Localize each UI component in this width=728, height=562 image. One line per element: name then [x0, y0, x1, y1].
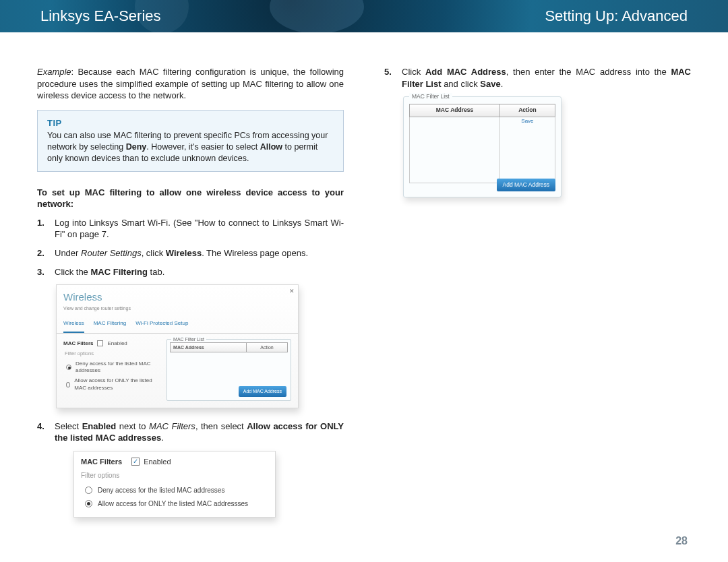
tip-text: You can also use MAC filtering to preven…: [47, 130, 334, 164]
filter-options-label: Filter options: [65, 350, 160, 357]
step-1: 1.Log into Linksys Smart Wi-Fi. (See "Ho…: [48, 217, 344, 241]
banner-left: Linksys EA-Series: [40, 7, 161, 25]
steps-list: 1.Log into Linksys Smart Wi-Fi. (See "Ho…: [37, 217, 344, 278]
wireless-subtitle: View and change router settings: [63, 305, 291, 311]
enabled-label: Enabled: [107, 340, 127, 348]
mac-filters-label: MAC Filters: [81, 457, 122, 467]
col-mac-address: MAC Address: [171, 343, 247, 352]
col-mac-address: MAC Address: [410, 104, 500, 117]
mac-filter-list-screenshot: MAC Filter List MAC Address Action Save …: [403, 96, 562, 197]
wireless-title: Wireless: [63, 290, 291, 304]
example-paragraph: Example: Because each MAC filtering conf…: [37, 66, 344, 102]
steps-list-right: 5. Click Add MAC Address, then enter the…: [384, 66, 691, 90]
mac-filters-pane: MAC Filters Enabled Filter options Deny …: [63, 339, 160, 401]
radio-deny[interactable]: [66, 365, 71, 370]
col-action: Action: [247, 343, 287, 352]
mac-filters-screenshot: MAC Filters ✓ Enabled Filter options Den…: [73, 451, 276, 518]
save-link[interactable]: Save: [499, 117, 555, 126]
radio-allow[interactable]: [85, 500, 92, 507]
right-column: 5. Click Add MAC Address, then enter the…: [384, 66, 691, 518]
page-number: 28: [675, 535, 688, 547]
content-area: Example: Because each MAC filtering conf…: [0, 32, 728, 518]
filter-options-label: Filter options: [81, 471, 268, 480]
mac-filter-table: MAC Address Action Save: [409, 104, 555, 183]
mac-filters-label: MAC Filters: [63, 340, 93, 348]
wireless-tabs: Wireless MAC Filtering Wi-Fi Protected S…: [57, 317, 298, 334]
col-action: Action: [499, 104, 555, 117]
step-2: 2. Under Router Settings, click Wireless…: [48, 247, 344, 259]
tab-mac-filtering[interactable]: MAC Filtering: [94, 317, 126, 333]
radio-allow[interactable]: [66, 382, 70, 387]
enabled-label: Enabled: [144, 457, 171, 467]
example-text: : Because each MAC filtering configurati…: [37, 67, 344, 100]
step-3: 3. Click the MAC Filtering tab.: [48, 266, 344, 278]
page-banner: Linksys EA-Series Setting Up: Advanced: [0, 0, 728, 32]
tip-box: TIP You can also use MAC filtering to pr…: [37, 110, 344, 172]
step-4: 4. Select Enabled next to MAC Filters, t…: [48, 420, 344, 444]
enabled-checkbox[interactable]: ✓: [131, 458, 140, 466]
add-mac-address-button[interactable]: Add MAC Address: [239, 386, 286, 396]
tab-wps[interactable]: Wi-Fi Protected Setup: [135, 317, 188, 333]
tip-title: TIP: [47, 117, 334, 129]
enabled-checkbox[interactable]: [97, 340, 103, 346]
steps-list-cont: 4. Select Enabled next to MAC Filters, t…: [37, 420, 344, 444]
step-5: 5. Click Add MAC Address, then enter the…: [395, 66, 691, 90]
wireless-screenshot: ✕ Wireless View and change router settin…: [56, 284, 299, 408]
add-mac-address-button[interactable]: Add MAC Address: [497, 179, 555, 191]
radio-deny[interactable]: [85, 487, 92, 494]
banner-right: Setting Up: Advanced: [545, 7, 688, 25]
mac-filter-list-title: MAC Filter List: [409, 93, 452, 100]
mac-input-cell[interactable]: [410, 117, 500, 126]
mac-filter-list-panel: MAC Filter List MAC Address Action Add M…: [166, 339, 291, 401]
close-icon[interactable]: ✕: [289, 287, 295, 295]
left-column: Example: Because each MAC filtering conf…: [37, 66, 344, 518]
mac-filter-list-title: MAC Filter List: [171, 336, 206, 342]
tab-wireless[interactable]: Wireless: [63, 317, 84, 333]
example-label: Example: [37, 67, 71, 77]
procedure-heading: To set up MAC filtering to allow one wir…: [37, 187, 344, 210]
